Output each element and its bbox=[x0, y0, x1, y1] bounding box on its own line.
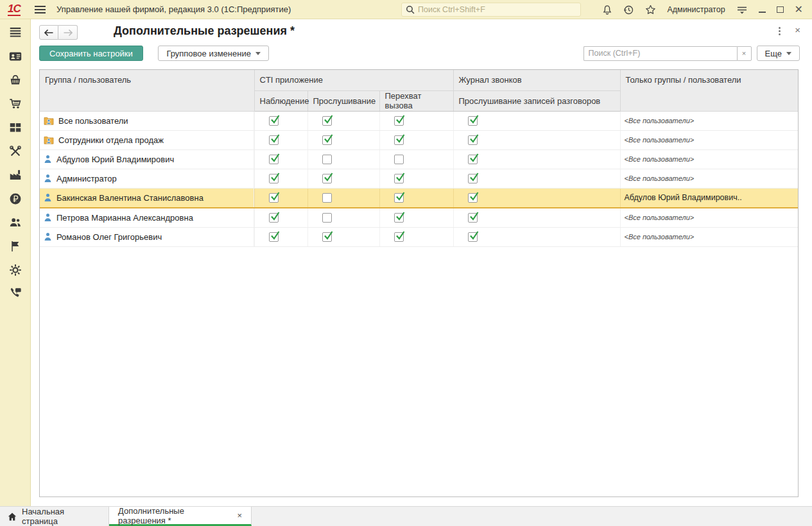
listen-checkbox[interactable] bbox=[322, 213, 332, 223]
intercept-checkbox[interactable] bbox=[394, 193, 404, 203]
listen-checkbox[interactable] bbox=[322, 174, 332, 183]
forward-button[interactable] bbox=[58, 25, 78, 40]
checkbox-cell-intercept[interactable] bbox=[379, 130, 453, 149]
table-row[interactable]: Петрова Марианна Александровна<Все польз… bbox=[40, 208, 798, 228]
checkbox-cell-listen[interactable] bbox=[307, 111, 379, 130]
observe-checkbox[interactable] bbox=[269, 135, 279, 145]
recordings-checkbox[interactable] bbox=[468, 155, 478, 164]
scope-cell[interactable]: <Все пользователи> bbox=[620, 169, 798, 188]
production-factory-icon[interactable] bbox=[7, 167, 24, 183]
personnel-people-icon[interactable] bbox=[7, 214, 24, 231]
col-header-recordings[interactable]: Прослушивание записей разговоров bbox=[453, 90, 620, 111]
intercept-checkbox[interactable] bbox=[394, 135, 404, 145]
money-ruble-icon[interactable] bbox=[7, 191, 24, 207]
maximize-button[interactable] bbox=[777, 6, 784, 13]
checkbox-cell-intercept[interactable] bbox=[379, 169, 453, 188]
listen-checkbox[interactable] bbox=[322, 116, 332, 126]
checkbox-cell-listen[interactable] bbox=[307, 169, 379, 188]
scope-cell[interactable]: <Все пользователи> bbox=[620, 111, 798, 130]
col-header-scope[interactable]: Только группы / пользователи bbox=[620, 70, 798, 111]
purchases-cart-icon[interactable] bbox=[7, 96, 24, 112]
row-name-cell[interactable]: Петрова Марианна Александровна bbox=[40, 208, 254, 228]
listen-checkbox[interactable] bbox=[322, 232, 332, 242]
observe-checkbox[interactable] bbox=[269, 193, 279, 203]
history-icon[interactable] bbox=[623, 4, 634, 15]
col-header-intercept[interactable]: Перехват вызова bbox=[379, 90, 453, 111]
checkbox-cell-recordings[interactable] bbox=[453, 188, 620, 208]
recordings-checkbox[interactable] bbox=[468, 232, 478, 242]
observe-checkbox[interactable] bbox=[269, 213, 279, 223]
checkbox-cell-recordings[interactable] bbox=[453, 149, 620, 169]
intercept-checkbox[interactable] bbox=[394, 174, 404, 183]
checkbox-cell-observe[interactable] bbox=[254, 149, 307, 169]
checkbox-cell-intercept[interactable] bbox=[379, 111, 453, 130]
col-header-listen[interactable]: Прослушивание bbox=[307, 90, 379, 111]
table-row[interactable]: Романов Олег Григорьевич<Все пользовател… bbox=[40, 227, 798, 246]
checkbox-cell-observe[interactable] bbox=[254, 188, 307, 208]
table-row[interactable]: Бакинская Валентина СтаниславовнаАбдулов… bbox=[40, 188, 798, 208]
listen-checkbox[interactable] bbox=[322, 135, 332, 145]
observe-checkbox[interactable] bbox=[269, 155, 279, 164]
main-hamburger-icon[interactable] bbox=[35, 6, 46, 13]
save-settings-button[interactable]: Сохранить настройки bbox=[39, 46, 143, 61]
global-search-input[interactable]: Поиск Ctrl+Shift+F bbox=[401, 3, 581, 17]
checkbox-cell-observe[interactable] bbox=[254, 169, 307, 188]
checkbox-cell-recordings[interactable] bbox=[453, 111, 620, 130]
tab-close-icon[interactable]: × bbox=[237, 511, 242, 520]
checkbox-cell-intercept[interactable] bbox=[379, 149, 453, 169]
checkbox-cell-recordings[interactable] bbox=[453, 169, 620, 188]
telephony-chat-icon[interactable] bbox=[7, 285, 24, 302]
recordings-checkbox[interactable] bbox=[468, 174, 478, 183]
listen-checkbox[interactable] bbox=[322, 193, 332, 203]
current-user-label[interactable]: Администратор bbox=[667, 5, 725, 14]
form-more-menu-icon[interactable] bbox=[779, 27, 781, 37]
checkbox-cell-listen[interactable] bbox=[307, 227, 379, 246]
table-row[interactable]: Администратор<Все пользователи> bbox=[40, 169, 798, 188]
scope-cell[interactable]: <Все пользователи> bbox=[620, 227, 798, 246]
row-name-cell[interactable]: Бакинская Валентина Станиславовна bbox=[40, 188, 254, 208]
checkbox-cell-observe[interactable] bbox=[254, 208, 307, 228]
warehouse-modules-icon[interactable] bbox=[7, 119, 24, 136]
table-row[interactable]: Сотрудники отдела продаж<Все пользовател… bbox=[40, 130, 798, 149]
back-button[interactable] bbox=[39, 25, 58, 40]
scope-cell[interactable]: <Все пользователи> bbox=[620, 208, 798, 228]
recordings-checkbox[interactable] bbox=[468, 135, 478, 145]
favorites-star-icon[interactable] bbox=[645, 4, 656, 15]
notifications-bell-icon[interactable] bbox=[602, 4, 612, 15]
table-row[interactable]: Абдулов Юрий Владимирович<Все пользовате… bbox=[40, 149, 798, 169]
more-button[interactable]: Еще bbox=[757, 46, 800, 61]
intercept-checkbox[interactable] bbox=[394, 155, 404, 164]
form-close-icon[interactable]: × bbox=[795, 24, 800, 35]
minimize-button[interactable] bbox=[759, 6, 766, 13]
table-row[interactable]: Все пользователи<Все пользователи> bbox=[40, 111, 798, 130]
scope-cell[interactable]: Абдулов Юрий Владимирович.. bbox=[620, 188, 798, 208]
checkbox-cell-listen[interactable] bbox=[307, 188, 379, 208]
col-header-call-log[interactable]: Журнал звонков bbox=[453, 70, 620, 90]
row-name-cell[interactable]: Абдулов Юрий Владимирович bbox=[40, 149, 254, 169]
scope-cell[interactable]: <Все пользователи> bbox=[620, 130, 798, 149]
checkbox-cell-recordings[interactable] bbox=[453, 227, 620, 246]
search-clear-button[interactable]: × bbox=[737, 46, 752, 61]
listen-checkbox[interactable] bbox=[322, 155, 332, 164]
settings-gear-icon[interactable] bbox=[7, 262, 24, 278]
row-name-cell[interactable]: Все пользователи bbox=[40, 111, 254, 130]
checkbox-cell-intercept[interactable] bbox=[379, 227, 453, 246]
table-search-input[interactable] bbox=[583, 46, 737, 61]
sales-basket-icon[interactable] bbox=[7, 72, 24, 89]
service-menu-icon[interactable] bbox=[736, 5, 748, 14]
checkbox-cell-observe[interactable] bbox=[254, 227, 307, 246]
col-header-cti[interactable]: CTI приложение bbox=[254, 70, 453, 90]
crm-contacts-icon[interactable] bbox=[7, 48, 24, 65]
checkbox-cell-listen[interactable] bbox=[307, 149, 379, 169]
checkbox-cell-listen[interactable] bbox=[307, 208, 379, 228]
observe-checkbox[interactable] bbox=[269, 116, 279, 126]
group-change-button[interactable]: Групповое изменение bbox=[158, 46, 269, 61]
scope-cell[interactable]: <Все пользователи> bbox=[620, 149, 798, 169]
col-header-group-user[interactable]: Группа / пользователь bbox=[40, 70, 254, 111]
intercept-checkbox[interactable] bbox=[394, 232, 404, 242]
close-window-button[interactable]: ✕ bbox=[795, 4, 803, 15]
company-flag-icon[interactable] bbox=[7, 238, 24, 255]
tab-home-page[interactable]: Начальная страница bbox=[0, 507, 109, 526]
col-header-observe[interactable]: Наблюдение bbox=[254, 90, 307, 111]
checkbox-cell-listen[interactable] bbox=[307, 130, 379, 149]
